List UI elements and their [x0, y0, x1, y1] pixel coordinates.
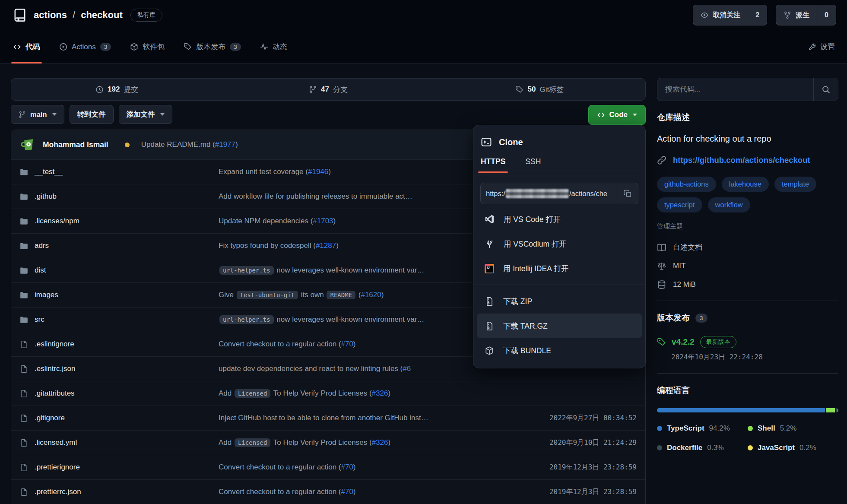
topic-pill[interactable]: typescript	[657, 197, 702, 212]
language-dot	[748, 445, 753, 450]
branches-stat[interactable]: 47 分支	[222, 79, 434, 100]
repo-owner-link[interactable]: actions	[34, 10, 67, 21]
topic-pill[interactable]: github-actions	[657, 177, 716, 192]
go-to-file-label: 转到文件	[77, 110, 106, 119]
tab-https[interactable]: HTTPS	[481, 157, 505, 173]
release-date: 2024年10月23日 22:24:28	[671, 353, 838, 362]
open-vscodium-item[interactable]: 用 VSCodium 打开	[477, 231, 642, 256]
table-row[interactable]: .gitattributesAdd Licensed To Help Verif…	[11, 381, 645, 406]
code-button[interactable]: Code	[588, 105, 646, 125]
website-link[interactable]: https://github.com/actions/checkout	[673, 155, 810, 165]
table-row[interactable]: .prettierrc.jsonConvert checkout to a re…	[11, 479, 645, 504]
language-pct: 0.2%	[799, 444, 816, 452]
topic-pill[interactable]: workflow	[708, 197, 750, 212]
manage-topics-link[interactable]: 管理主题	[657, 222, 838, 231]
search-button[interactable]	[813, 78, 838, 101]
file-name-link[interactable]: .licenses/npm	[35, 217, 79, 225]
tab-activity[interactable]: 动态	[260, 30, 287, 63]
tab-releases-label: 版本发布	[196, 42, 225, 52]
file-name-link[interactable]: dist	[35, 266, 46, 275]
pr-link[interactable]: #326	[372, 389, 388, 397]
pr-link[interactable]: #1620	[361, 291, 381, 299]
branch-selector[interactable]: main	[11, 105, 64, 124]
tab-code[interactable]: 代码	[13, 30, 40, 63]
zip-file-icon	[485, 321, 494, 331]
commits-stat[interactable]: 192 提交	[11, 79, 222, 100]
download-bundle-item[interactable]: 下载 BUNDLE	[477, 338, 642, 363]
file-name-link[interactable]: .licensed.yml	[35, 438, 77, 447]
pr-link[interactable]: #70	[341, 340, 353, 348]
file-name-cell: .eslintignore	[20, 340, 219, 349]
file-name-link[interactable]: images	[35, 291, 58, 299]
topic-pill[interactable]: template	[774, 177, 816, 192]
latest-release-badge: 最新版本	[700, 336, 736, 348]
zip-file-icon	[485, 297, 494, 306]
table-row[interactable]: .prettierignoreConvert checkout to a reg…	[11, 455, 645, 479]
clone-url-input[interactable]: https://actions/che	[481, 183, 617, 204]
commit-author[interactable]: Mohammad Ismail	[43, 140, 108, 149]
divider	[473, 285, 645, 285]
code-chip: Licensed	[235, 389, 270, 398]
file-name-link[interactable]: adrs	[35, 241, 49, 250]
license-row[interactable]: MIT	[657, 261, 838, 271]
file-name-link[interactable]: src	[35, 315, 44, 324]
legend-item: JavaScript 0.2%	[748, 444, 838, 452]
folder-icon	[20, 291, 28, 299]
tab-releases[interactable]: 版本发布 3	[184, 30, 241, 63]
pr-link[interactable]: #6	[403, 365, 411, 373]
pr-link[interactable]: #1703	[313, 217, 333, 225]
avatar[interactable]	[20, 136, 36, 153]
file-name-cell: adrs	[20, 241, 219, 250]
file-name-link[interactable]: __test__	[35, 168, 63, 176]
code-search	[657, 78, 838, 101]
pr-link[interactable]: #1946	[308, 168, 328, 176]
open-vscode-item[interactable]: 用 VS Code 打开	[477, 207, 642, 231]
fork-button[interactable]: 派生 0	[776, 5, 836, 25]
terminal-icon	[481, 136, 492, 148]
unwatch-button[interactable]: 取消关注 2	[693, 5, 767, 25]
tab-actions[interactable]: Actions 3	[59, 30, 111, 63]
tags-stat[interactable]: 50 Git标签	[434, 79, 645, 100]
pr-link[interactable]: #70	[341, 488, 353, 496]
file-name-link[interactable]: .prettierrc.json	[35, 488, 81, 496]
readme-row[interactable]: 自述文档	[657, 242, 838, 252]
file-name-link[interactable]: .gitattributes	[35, 389, 75, 398]
file-name-link[interactable]: .eslintrc.json	[35, 365, 75, 373]
copy-url-button[interactable]	[617, 183, 638, 204]
add-file-button[interactable]: 添加文件	[119, 105, 172, 124]
play-icon	[59, 43, 67, 51]
file-name-cell: .licensed.yml	[20, 438, 219, 447]
tab-ssh[interactable]: SSH	[525, 157, 541, 173]
download-zip-item[interactable]: 下载 ZIP	[477, 289, 642, 314]
size-row[interactable]: 12 MiB	[657, 280, 838, 289]
file-name-link[interactable]: .github	[35, 192, 57, 201]
tag-icon	[657, 338, 666, 347]
commit-status-dot[interactable]	[125, 143, 130, 147]
open-vscodium-label: 用 VSCodium 打开	[504, 239, 567, 249]
releases-title[interactable]: 版本发布	[657, 312, 690, 323]
table-row[interactable]: .licensed.ymlAdd Licensed To Help Verify…	[11, 430, 645, 455]
file-name-link[interactable]: .prettierignore	[35, 463, 80, 472]
search-input[interactable]	[657, 78, 813, 101]
table-row[interactable]: .gitignoreInject GitHub host to be able …	[11, 406, 645, 430]
tab-activity-label: 动态	[273, 42, 287, 52]
tab-settings[interactable]: 设置	[808, 42, 835, 52]
forks-count[interactable]: 0	[817, 5, 836, 25]
pr-link[interactable]: #1287	[316, 241, 336, 250]
commit-message: Convert checkout to a regular action (#7…	[219, 340, 507, 349]
pr-link[interactable]: #326	[372, 438, 388, 447]
release-version-link[interactable]: v4.2.2	[672, 337, 695, 347]
file-name-link[interactable]: .gitignore	[35, 414, 65, 422]
size-label: 12 MiB	[673, 280, 696, 289]
repo-name-link[interactable]: checkout	[81, 10, 123, 21]
topic-pill[interactable]: lakehouse	[722, 177, 769, 192]
download-targz-item[interactable]: 下载 TAR.GZ	[477, 314, 642, 338]
pr-link[interactable]: #70	[341, 463, 353, 471]
watchers-count[interactable]: 2	[748, 5, 767, 25]
go-to-file-button[interactable]: 转到文件	[70, 105, 114, 124]
commit-pr-link[interactable]: #1977	[215, 140, 235, 149]
open-idea-item[interactable]: IJ 用 Intellij IDEA 打开	[477, 256, 642, 281]
tab-packages[interactable]: 软件包	[130, 30, 165, 63]
commit-message: update dev dependencies and react to new…	[219, 365, 507, 373]
file-name-link[interactable]: .eslintignore	[35, 340, 74, 349]
